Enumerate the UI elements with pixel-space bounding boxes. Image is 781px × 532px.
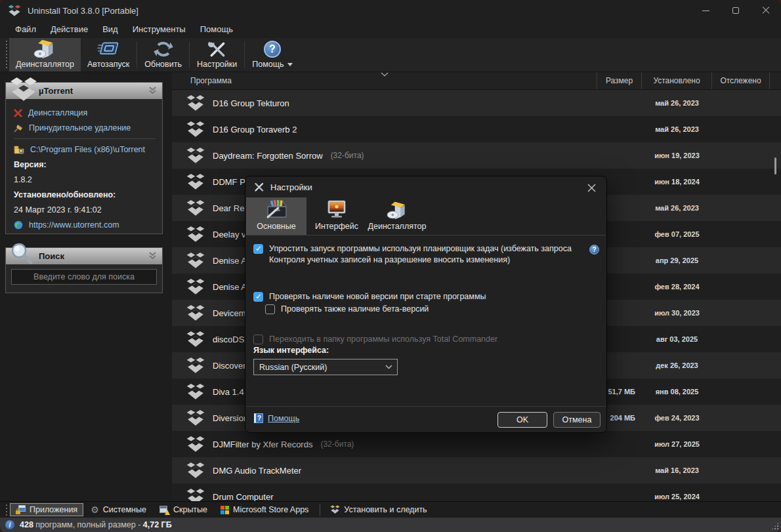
help-book-icon: ? (254, 413, 263, 423)
list-row[interactable]: D16 Group Tekturonмай 26, 2023 (172, 90, 781, 116)
checkbox-total-commander[interactable]: Переходить в папку программы используя T… (253, 334, 497, 345)
help-link[interactable]: Помощь (268, 414, 299, 423)
package-icon (186, 121, 205, 138)
autorun-icon (97, 40, 119, 58)
force-remove-link[interactable]: Принудительное удаление (29, 123, 131, 133)
toolbar-autorun-button[interactable]: Автозапуск (81, 38, 136, 72)
help-hint-icon[interactable]: ? (589, 245, 599, 255)
list-row[interactable]: Drum Computerиюл 25, 2024 (172, 483, 781, 501)
column-header-size[interactable]: Размер (597, 72, 642, 89)
checkbox-icon (253, 335, 263, 344)
tab-hidden[interactable]: Скрытые (154, 503, 213, 516)
program-installed-date: авг 03, 2025 (642, 335, 712, 343)
program-installed-date: май 26, 2023 (642, 99, 712, 107)
toolbar-refresh-button[interactable]: Обновить (138, 38, 188, 72)
toolbar-autorun-label: Автозапуск (87, 60, 129, 69)
tools-icon-small (253, 182, 264, 192)
program-name: D16 Group Tekturon (213, 98, 289, 108)
website-row[interactable]: https://www.utorrent.com (14, 220, 156, 230)
maximize-button[interactable] (721, 0, 751, 21)
warning-icon (165, 510, 170, 515)
program-installed-date: июл 30, 2023 (642, 309, 712, 317)
list-row[interactable]: DJMFilter by Xfer Records(32-бита)июл 27… (172, 431, 781, 457)
collapse-chevron-icon[interactable] (148, 251, 157, 260)
tab-system-label: Системные (103, 505, 146, 514)
package-icon (186, 94, 205, 112)
package-icon (186, 278, 205, 296)
menu-tools[interactable]: Инструменты (125, 22, 193, 36)
dialog-close-button[interactable] (583, 180, 600, 195)
dialog-tabs: Основные Интерфейс (246, 197, 606, 235)
program-name: Diversion (213, 413, 248, 423)
package-icon (186, 199, 205, 217)
broom-icon (14, 124, 23, 133)
program-installed-date: апр 29, 2025 (642, 256, 712, 264)
cancel-button[interactable]: Отмена (553, 412, 601, 428)
help-link-row[interactable]: ? Помощь (254, 413, 299, 423)
program-name: D16 Group Toraverb 2 (213, 125, 297, 134)
column-header-program[interactable]: Программа (172, 72, 597, 89)
tab-install-and-monitor[interactable]: Установить и следить (324, 503, 433, 516)
column-header-tracked[interactable]: Отслежено (712, 72, 770, 89)
package-icon (186, 173, 205, 191)
tabbar-grip[interactable] (5, 504, 7, 516)
vertical-scrollbar[interactable] (772, 92, 778, 499)
program-installed-date: июн 19, 2023 (642, 152, 712, 159)
toolbar-separator (189, 41, 190, 68)
program-installed-date: май 26, 2023 (642, 125, 712, 133)
tab-system[interactable]: ⚙ Системные (85, 503, 152, 516)
menu-file[interactable]: Файл (8, 22, 43, 36)
uninstall-action[interactable]: Деинсталляция (14, 108, 156, 117)
tab-uninstaller[interactable]: Деинсталлятор (367, 197, 427, 235)
package-icon (186, 383, 205, 401)
menu-view[interactable]: Вид (95, 22, 125, 36)
force-remove-action[interactable]: Принудительное удаление (14, 123, 156, 133)
column-header-installed[interactable]: Установлено (642, 72, 712, 89)
menu-action[interactable]: Действие (43, 22, 95, 36)
resize-grip[interactable] (771, 522, 779, 530)
tab-applications[interactable]: Приложения (10, 503, 83, 516)
checkbox-beta-versions[interactable]: Проверять также наличие бета-версий (265, 304, 429, 315)
checkbox-icon (265, 304, 275, 314)
scrollbar-thumb[interactable] (774, 157, 776, 174)
tab-ms-store[interactable]: Microsoft Store Apps (215, 503, 314, 516)
close-icon (762, 7, 770, 14)
monitor-icon (326, 197, 347, 220)
search-input[interactable]: Введите слово для поиска (11, 269, 157, 285)
checkbox-check-updates[interactable]: Проверять наличие новой версии при старт… (253, 291, 486, 302)
toolbar-grip[interactable] (5, 41, 7, 69)
package-icon (186, 462, 205, 480)
website-link[interactable]: https://www.utorrent.com (29, 220, 119, 230)
close-button[interactable] (751, 0, 781, 21)
uninstaller-box-icon (33, 39, 56, 58)
program-arch-suffix: (32-бита) (320, 440, 354, 449)
minimize-button[interactable] (690, 0, 721, 21)
tabbar-separator (320, 504, 320, 516)
toolbar-refresh-label: Обновить (144, 60, 182, 69)
menu-help[interactable]: Помощь (193, 22, 240, 36)
package-icon (186, 147, 205, 165)
toolbar-settings-button[interactable]: Настройки (190, 38, 243, 72)
toolbar-uninstaller-label: Деинсталлятор (16, 60, 74, 69)
maximize-icon (732, 7, 739, 14)
toolbar-uninstaller-button[interactable]: Деинсталлятор (9, 38, 81, 72)
tab-general[interactable]: Основные (246, 197, 306, 235)
package-icon-large (10, 77, 37, 103)
list-row[interactable]: Daydream: Forgotten Sorrow(32-бита)июн 1… (172, 142, 781, 169)
package-icon (186, 226, 205, 243)
program-name: Daydream: Forgotten Sorrow (213, 151, 323, 161)
ok-button[interactable]: OK (497, 412, 547, 428)
list-row[interactable]: D16 Group Toraverb 2май 26, 2023 (172, 116, 781, 142)
checkbox-scheduler[interactable]: Упростить запуск программы используя пла… (253, 243, 580, 266)
toolbar-help-button[interactable]: ? Помощь (245, 38, 299, 72)
program-path-link[interactable]: C:\Program Files (x86)\uTorrent (30, 145, 145, 154)
installed-value: 24 Март 2023 г. 9:41:02 (14, 205, 156, 215)
tab-interface[interactable]: Интерфейс (306, 197, 367, 235)
uninstall-link[interactable]: Деинсталляция (28, 108, 87, 117)
toolbar-separator (244, 41, 245, 68)
program-installed-date: июн 18, 2024 (642, 178, 712, 186)
language-select[interactable]: Russian (Русский) (253, 359, 398, 375)
program-folder-row[interactable]: C:\Program Files (x86)\uTorrent (14, 145, 156, 154)
collapse-chevron-icon[interactable] (148, 86, 157, 95)
list-row[interactable]: DMG Audio TrackMeterмай 16, 2023 (172, 457, 781, 483)
